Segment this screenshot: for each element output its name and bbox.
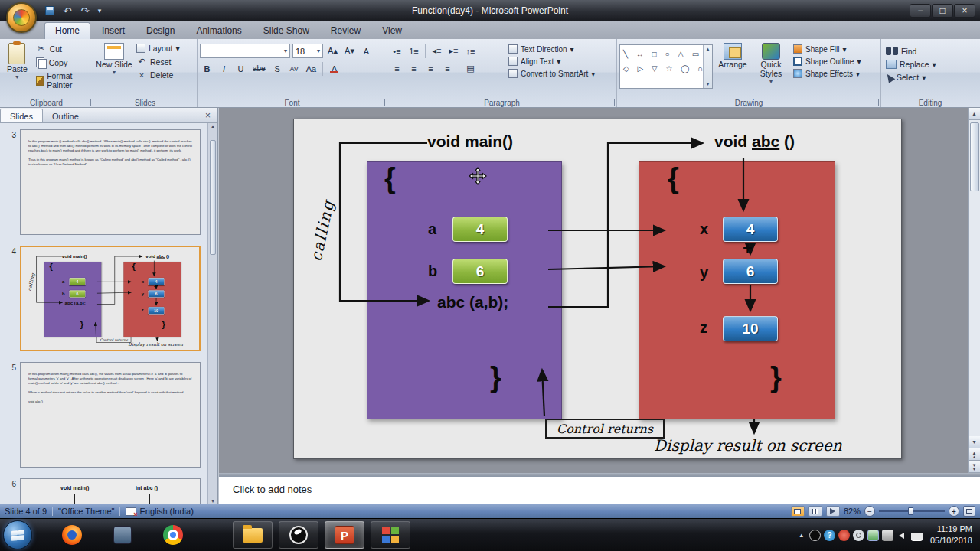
spellcheck-icon[interactable] <box>126 507 136 516</box>
clear-formatting-button[interactable]: A <box>359 44 374 58</box>
font-dialog-launcher[interactable] <box>378 99 385 106</box>
usb-tray-icon[interactable] <box>882 530 893 541</box>
theme-name[interactable]: "Office Theme" <box>58 507 114 516</box>
new-slide-button[interactable]: New Slide ▾ <box>96 41 132 96</box>
void-abc-title[interactable]: void abc () <box>714 132 795 151</box>
powerpoint-taskbar-button[interactable]: P <box>325 521 364 549</box>
language-indicator[interactable]: English (India) <box>139 507 193 516</box>
columns-button[interactable]: ▤ <box>463 61 478 76</box>
align-right-button[interactable]: ≡ <box>423 61 438 76</box>
zoom-level[interactable]: 82% <box>844 507 861 516</box>
tray-expand-button[interactable]: ▴ <box>796 531 806 539</box>
slide-sorter-view-button[interactable] <box>808 506 822 517</box>
change-case-button[interactable]: Aa <box>304 61 318 76</box>
scrollbar-thumb[interactable] <box>970 122 979 191</box>
var-y-value-box[interactable]: 6 <box>723 259 778 284</box>
tab-slides[interactable]: Slides <box>0 109 43 122</box>
thumbnail-image[interactable]: void main() int abc () <box>20 478 201 504</box>
var-y-label[interactable]: y <box>142 292 144 297</box>
redo-button[interactable]: ↷ <box>78 4 92 18</box>
obs-taskbar-button[interactable] <box>279 521 318 549</box>
qat-customize-button[interactable]: ▾ <box>96 4 103 18</box>
arrange-button[interactable]: Arrange <box>714 41 751 96</box>
reset-button[interactable]: ↶ Reset <box>134 56 182 67</box>
abc-method-rectangle[interactable] <box>123 262 181 337</box>
decrease-indent-button[interactable]: ◂≡ <box>430 44 444 58</box>
layout-button[interactable]: Layout ▾ <box>134 43 182 54</box>
shape-fill-button[interactable]: Shape Fill ▾ <box>791 44 863 54</box>
shapes-gallery-scrollbar[interactable]: ▴ ▾ <box>703 45 712 88</box>
replace-button[interactable]: Replace ▾ <box>884 59 977 70</box>
tab-slide-show[interactable]: Slide Show <box>253 23 319 39</box>
align-text-button[interactable]: Align Text ▾ <box>506 56 597 67</box>
tab-review[interactable]: Review <box>321 23 371 39</box>
explorer-taskbar-button[interactable] <box>233 521 273 549</box>
tab-view[interactable]: View <box>372 23 412 39</box>
align-center-button[interactable]: ≡ <box>407 61 421 76</box>
zoom-out-button[interactable]: − <box>864 506 875 517</box>
scroll-down-button[interactable]: ▾ <box>969 436 980 448</box>
tab-insert[interactable]: Insert <box>92 23 135 39</box>
scroll-down-icon[interactable]: ▾ <box>211 498 214 504</box>
clipboard-dialog-launcher[interactable] <box>84 99 91 106</box>
abc-method-rectangle[interactable] <box>639 161 835 419</box>
display-result-label[interactable]: Display result on screen <box>654 436 842 455</box>
main-method-rectangle[interactable] <box>367 161 562 419</box>
start-button[interactable] <box>3 520 32 549</box>
slide-thumbnail-3[interactable]: 3 In this program main () method calls a… <box>3 129 207 235</box>
var-z-value-box[interactable]: 10 <box>723 316 778 341</box>
system-clock[interactable]: 11:19 PM 05/10/2018 <box>926 523 972 546</box>
var-b-value-box[interactable]: 6 <box>69 290 85 298</box>
slideshow-view-button[interactable] <box>826 506 840 517</box>
shape-outline-button[interactable]: Shape Outline ▾ <box>791 56 863 67</box>
shrink-font-button[interactable]: A▾ <box>342 44 357 58</box>
var-x-label[interactable]: x <box>700 220 708 238</box>
media-taskbar-button[interactable] <box>371 521 410 549</box>
paste-button[interactable]: Paste ▾ <box>2 41 32 96</box>
security-tray-icon[interactable] <box>838 530 850 541</box>
shapes-gallery[interactable]: ╲ ↔ □ ○ △ ▭ ◇ ▷ ▽ ☆ ◯ ∩ ▴ ▾ <box>619 44 713 89</box>
shape-effects-button[interactable]: Shape Effects ▾ <box>791 68 863 79</box>
firefox-taskbar-icon[interactable] <box>57 520 87 549</box>
tab-design[interactable]: Design <box>136 23 185 39</box>
thumbnail-image[interactable]: void main() void abc () calling { } { } … <box>20 246 201 351</box>
close-button[interactable]: × <box>954 4 975 18</box>
abc-call-statement[interactable]: abc (a,b); <box>65 300 86 305</box>
calling-label[interactable]: calling <box>26 268 37 295</box>
zoom-in-button[interactable]: + <box>949 506 959 517</box>
notes-pane[interactable]: Click to add notes <box>219 476 980 504</box>
var-z-label[interactable]: z <box>700 319 707 337</box>
justify-button[interactable]: ≡ <box>440 61 455 76</box>
var-a-value-box[interactable]: 4 <box>69 278 85 285</box>
chrome-taskbar-icon[interactable] <box>158 520 188 549</box>
panel-scrollbar-thumb[interactable] <box>210 140 216 255</box>
app-taskbar-icon[interactable] <box>107 520 138 549</box>
align-left-button[interactable]: ≡ <box>390 61 404 76</box>
office-button[interactable] <box>6 2 37 33</box>
workspace-scrollbar[interactable]: ▴ ▾ ▴▴ ▾▾ <box>968 108 980 473</box>
void-abc-title[interactable]: void abc () <box>145 253 169 259</box>
thumbnail-image[interactable]: In this program when main() method calls… <box>20 362 201 468</box>
slide-thumbnail-4[interactable]: 4 <box>3 246 207 351</box>
network-tray-icon[interactable] <box>911 530 923 541</box>
battery-tray-icon[interactable] <box>867 530 879 541</box>
quick-styles-button[interactable]: Quick Styles ▾ <box>753 41 789 96</box>
undo-button[interactable]: ↶ <box>60 4 74 18</box>
maximize-button[interactable]: □ <box>932 4 953 18</box>
copy-button[interactable]: Copy <box>34 57 90 68</box>
var-y-value-box[interactable]: 6 <box>149 290 165 298</box>
zoom-slider[interactable] <box>879 506 945 517</box>
void-main-title[interactable]: void main() <box>62 253 87 259</box>
character-spacing-button[interactable]: AV <box>287 61 302 76</box>
search-tray-icon[interactable] <box>853 530 864 541</box>
drawing-dialog-launcher[interactable] <box>872 99 879 106</box>
panel-close-button[interactable]: × <box>198 110 217 122</box>
delete-button[interactable]: × Delete <box>134 70 182 80</box>
var-y-label[interactable]: y <box>700 264 708 282</box>
underline-button[interactable]: U <box>234 61 248 76</box>
strikethrough-button[interactable]: abe <box>250 61 268 76</box>
var-b-value-box[interactable]: 6 <box>452 259 508 284</box>
var-a-label[interactable]: a <box>62 279 64 285</box>
normal-view-button[interactable] <box>791 506 805 517</box>
var-z-label[interactable]: z <box>142 308 144 313</box>
